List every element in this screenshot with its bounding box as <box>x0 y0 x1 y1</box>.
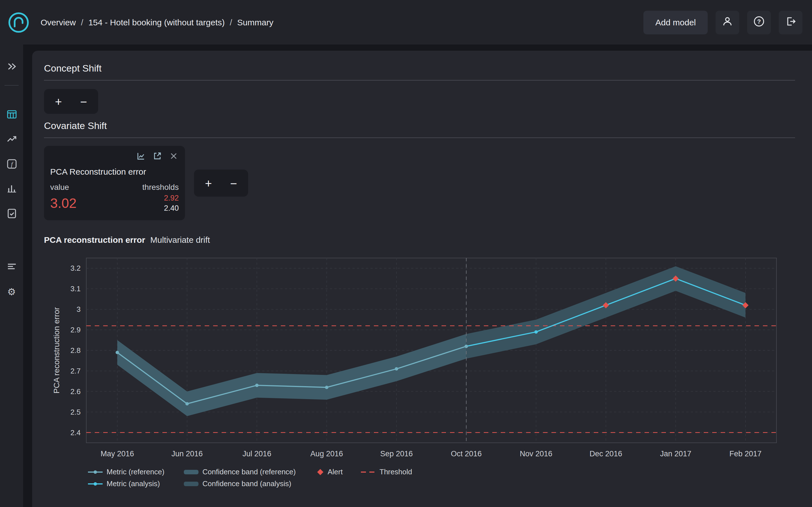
sidebar-item-data-quality[interactable] <box>4 209 19 220</box>
concept-shift-controls: + − <box>44 89 98 114</box>
concept-add-button[interactable]: + <box>48 91 69 112</box>
bar-chart-icon <box>6 183 17 196</box>
metric-value-column: value 3.02 <box>50 182 77 212</box>
svg-text:3.1: 3.1 <box>70 284 81 293</box>
section-divider <box>44 80 795 80</box>
sidebar-item-summary-table[interactable] <box>4 109 19 121</box>
user-button[interactable] <box>716 10 739 34</box>
metric-card-title: PCA Reconstruction error <box>50 167 179 176</box>
table-icon <box>6 108 17 121</box>
concept-remove-button[interactable]: − <box>73 91 94 112</box>
svg-text:3.2: 3.2 <box>70 264 81 272</box>
alert-diamond-icon <box>317 469 323 475</box>
gear-icon: ⚙ <box>7 287 16 297</box>
svg-text:Dec 2016: Dec 2016 <box>590 450 622 458</box>
covariate-shift-title: Covariate Shift <box>44 121 795 132</box>
value-label: value <box>50 182 77 191</box>
metric-value: 3.02 <box>50 195 77 211</box>
sidebar-item-settings[interactable]: ⚙ <box>4 286 19 297</box>
legend-alert[interactable]: Alert <box>317 467 361 476</box>
close-icon <box>170 152 177 161</box>
sidebar-item-logs[interactable] <box>4 262 19 273</box>
concept-shift-title: Concept Shift <box>44 63 795 74</box>
svg-text:Oct 2016: Oct 2016 <box>451 450 482 458</box>
chart-subtitle: Multivariate drift <box>150 235 210 244</box>
svg-text:2.7: 2.7 <box>70 367 81 375</box>
app-logo-icon[interactable] <box>7 11 30 34</box>
svg-text:3: 3 <box>77 305 81 314</box>
chart-title: PCA reconstruction error <box>44 235 145 244</box>
covariate-remove-button[interactable]: − <box>223 172 245 194</box>
drift-line-chart[interactable]: May 2016Jun 2016Jul 2016Aug 2016Sep 2016… <box>49 256 782 465</box>
user-icon <box>722 16 733 29</box>
open-external-button[interactable] <box>152 152 162 162</box>
expand-sidebar-button[interactable] <box>4 61 19 73</box>
chevrons-right-icon <box>6 61 17 73</box>
breadcrumb-overview[interactable]: Overview <box>41 17 76 27</box>
sidebar-nav: f <box>4 109 19 220</box>
sidebar-item-covariate-shift[interactable] <box>4 184 19 195</box>
chart-heading: PCA reconstruction error Multivariate dr… <box>44 235 795 244</box>
threshold-low-value: 2.40 <box>142 204 179 212</box>
topbar-actions: Add model ? <box>644 10 802 34</box>
legend-label: Threshold <box>379 467 412 476</box>
legend-metric-analysis[interactable]: Metric (analysis) <box>88 480 184 488</box>
metric-card: PCA Reconstruction error value 3.02 thre… <box>44 146 185 220</box>
help-button[interactable]: ? <box>747 10 771 34</box>
svg-text:?: ? <box>757 18 761 25</box>
list-icon <box>6 261 17 274</box>
svg-text:Jul 2016: Jul 2016 <box>243 450 271 458</box>
add-model-button[interactable]: Add model <box>644 10 708 34</box>
sidebar-item-performance[interactable] <box>4 134 19 145</box>
open-chart-button[interactable] <box>136 152 146 162</box>
metric-card-toolbar <box>50 152 179 162</box>
help-icon: ? <box>753 16 765 29</box>
svg-text:Aug 2016: Aug 2016 <box>310 450 343 458</box>
legend-label: Confidence band (analysis) <box>202 480 291 488</box>
open-external-icon <box>153 151 162 162</box>
chart-legend: Metric (reference) Confidence band (refe… <box>88 467 795 488</box>
legend-label: Confidence band (reference) <box>202 467 296 476</box>
breadcrumb-separator: / <box>230 17 232 27</box>
breadcrumb-separator: / <box>81 17 83 27</box>
svg-text:Sep 2016: Sep 2016 <box>380 450 413 458</box>
legend-label: Metric (reference) <box>107 467 164 476</box>
thresholds-label: thresholds <box>142 182 179 191</box>
legend-threshold[interactable]: Threshold <box>361 467 795 476</box>
covariate-shift-controls: + − <box>194 170 248 196</box>
legend-metric-reference[interactable]: Metric (reference) <box>88 467 184 476</box>
legend-band-reference[interactable]: Confidence band (reference) <box>184 467 317 476</box>
legend-label: Alert <box>327 467 343 476</box>
trending-up-icon <box>6 133 17 146</box>
breadcrumb: Overview / 154 - Hotel booking (without … <box>41 17 273 27</box>
svg-text:2.5: 2.5 <box>70 408 81 416</box>
breadcrumb-model[interactable]: 154 - Hotel booking (without targets) <box>88 17 225 27</box>
legend-band-analysis[interactable]: Confidence band (analysis) <box>184 480 317 488</box>
chart-preview-icon <box>137 151 146 162</box>
breadcrumb-summary[interactable]: Summary <box>237 17 273 27</box>
svg-text:2.8: 2.8 <box>70 346 81 355</box>
legend-label: Metric (analysis) <box>107 480 160 488</box>
svg-text:2.9: 2.9 <box>70 326 81 334</box>
threshold-high-value: 2.92 <box>142 194 179 202</box>
sidebar: f <box>0 45 23 507</box>
sidebar-item-concept-shift[interactable]: f <box>4 159 19 170</box>
logout-button[interactable] <box>779 10 802 34</box>
metric-card-body: value 3.02 thresholds 2.92 2.40 <box>50 182 179 212</box>
svg-text:Nov 2016: Nov 2016 <box>520 450 553 458</box>
svg-text:May 2016: May 2016 <box>101 450 134 458</box>
svg-text:Jan 2017: Jan 2017 <box>660 450 691 458</box>
section-divider <box>44 137 795 138</box>
metric-thresholds-column: thresholds 2.92 2.40 <box>142 182 179 212</box>
function-icon: f <box>6 158 17 171</box>
svg-text:2.6: 2.6 <box>70 387 81 396</box>
report-check-icon <box>6 208 17 221</box>
svg-text:PCA reconstruction error: PCA reconstruction error <box>52 307 61 394</box>
main-panel: Concept Shift + − Covariate Shift <box>32 51 812 507</box>
close-card-button[interactable] <box>168 152 179 162</box>
logout-icon <box>785 16 796 29</box>
sidebar-bottom: ⚙ <box>4 262 19 297</box>
covariate-shift-row: PCA Reconstruction error value 3.02 thre… <box>44 146 795 220</box>
svg-text:f: f <box>11 160 13 167</box>
covariate-add-button[interactable]: + <box>198 172 219 194</box>
